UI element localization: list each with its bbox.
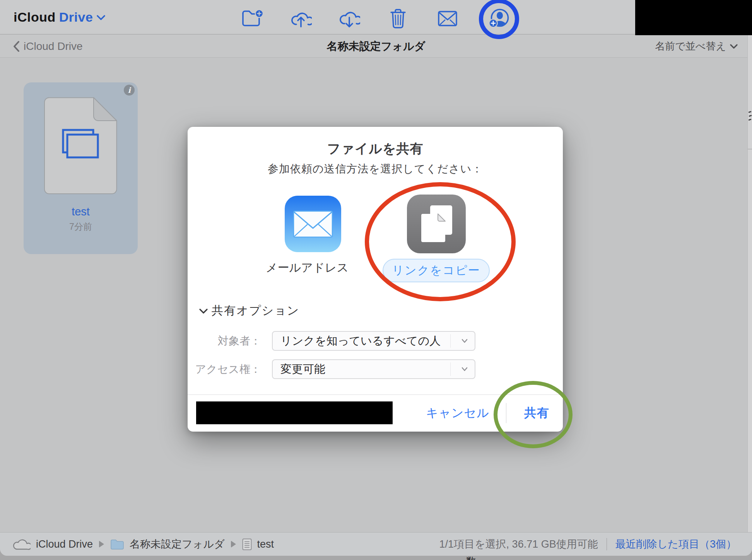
app-section: Drive (59, 10, 93, 25)
folder-icon (110, 539, 124, 550)
mail-icon (438, 11, 457, 26)
share-options-disclosure[interactable]: 共有オプション (199, 303, 300, 319)
redacted-area (196, 401, 393, 424)
document-icon (242, 538, 252, 550)
share-dialog: ファイルを共有 参加依頼の送信方法を選択してください： メールアドレス (188, 127, 563, 432)
app-name: iCloud (14, 10, 56, 25)
chevron-down-icon (199, 308, 208, 314)
status-divider (607, 538, 607, 550)
redacted-area-top (635, 0, 752, 35)
audience-select[interactable]: リンクを知っているすべての人 (272, 331, 475, 351)
sort-label: 名前で並べ替え (655, 39, 726, 53)
new-folder-icon (241, 8, 263, 29)
email-button[interactable] (437, 8, 458, 29)
permission-value: 変更可能 (280, 360, 325, 378)
annotation-circle-green (494, 381, 573, 448)
annotation-circle-red (365, 182, 516, 301)
download-from-cloud-icon (338, 9, 360, 28)
breadcrumb-label: 名称未設定フォルダ (130, 537, 225, 551)
icloud-drive-window: iCloud Drive (0, 0, 752, 556)
audience-row: 対象者： リンクを知っているすべての人 (188, 331, 563, 351)
cancel-button[interactable]: キャンセル (416, 403, 499, 423)
delete-button[interactable] (387, 8, 409, 29)
chevron-down-icon (730, 44, 738, 49)
dialog-title: ファイルを共有 (188, 140, 563, 158)
new-folder-button[interactable] (241, 8, 263, 29)
upload-button[interactable] (290, 8, 312, 29)
mail-share-option[interactable] (285, 196, 341, 252)
chevron-down-icon (461, 332, 468, 350)
chevron-down-icon (461, 360, 468, 378)
info-icon[interactable]: i (124, 85, 135, 96)
cloud-icon (13, 538, 31, 550)
selection-info: 1/1項目を選択, 36.71 GB使用可能 (439, 537, 598, 551)
mail-app-icon (285, 196, 341, 252)
status-right-group: 1/1項目を選択, 36.71 GB使用可能 最近削除した項目（3個） (439, 533, 737, 556)
app-title-menu[interactable]: iCloud Drive (14, 0, 106, 34)
status-bar: iCloud Drive 名称未設定フォルダ (0, 532, 752, 556)
clipped-background-text: 数 (466, 556, 476, 560)
breadcrumb-item-icloud-drive[interactable]: iCloud Drive (13, 538, 93, 550)
recently-deleted-link[interactable]: 最近削除した項目（3個） (615, 537, 737, 551)
annotation-circle-blue (479, 0, 519, 39)
file-modified-time: 7分前 (24, 221, 138, 233)
permission-select[interactable]: 変更可能 (272, 359, 475, 379)
sort-dropdown[interactable]: 名前で並べ替え (655, 35, 738, 58)
audience-label: 対象者： (188, 331, 261, 351)
breadcrumb-separator-icon (99, 541, 104, 548)
file-tile-test[interactable]: i test 7分前 (24, 82, 138, 254)
upload-to-cloud-icon (290, 9, 312, 28)
mail-option-label: メールアドレス (261, 260, 353, 276)
dialog-subtitle: 参加依頼の送信方法を選択してください： (188, 162, 563, 176)
breadcrumb-item-folder[interactable]: 名称未設定フォルダ (110, 537, 225, 551)
trash-icon (390, 9, 406, 29)
breadcrumb-item-test[interactable]: test (242, 538, 274, 550)
navigation-bar: iCloud Drive 名称未設定フォルダ 名前で並べ替え (0, 35, 752, 58)
breadcrumb-separator-icon (231, 541, 236, 548)
chevron-down-icon (96, 14, 106, 20)
breadcrumb-label: test (257, 538, 274, 550)
file-name: test (24, 205, 138, 218)
share-options-label: 共有オプション (212, 303, 300, 319)
audience-value: リンクを知っているすべての人 (280, 332, 441, 350)
right-edge-scrollbar[interactable] (747, 35, 752, 532)
permission-row: アクセス権： 変更可能 (188, 359, 563, 379)
breadcrumb: iCloud Drive 名称未設定フォルダ (13, 533, 274, 556)
breadcrumb-label: iCloud Drive (36, 538, 93, 550)
permission-label: アクセス権： (188, 359, 261, 379)
current-folder-title: 名称未設定フォルダ (0, 35, 752, 58)
download-button[interactable] (338, 8, 360, 29)
document-thumbnail-icon (44, 97, 117, 194)
